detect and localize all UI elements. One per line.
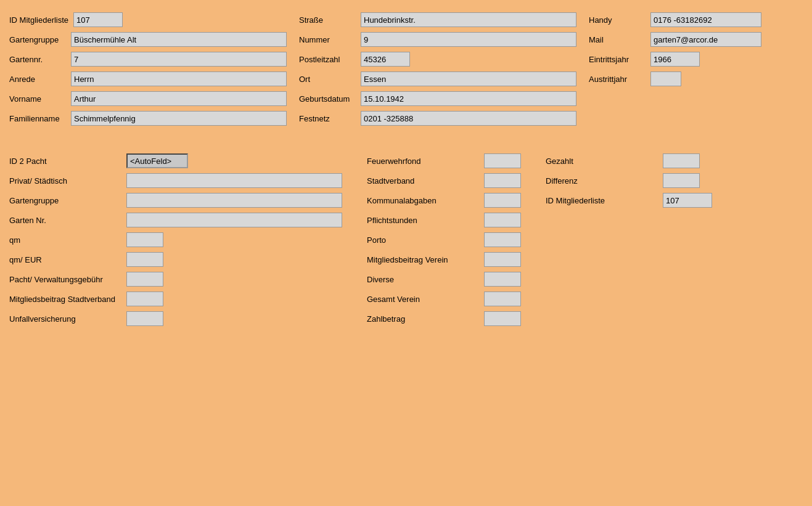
label-porto: Porto (367, 235, 484, 245)
row-geburtsdatum: Geburtsdatum (299, 91, 576, 106)
label-differenz: Differenz (546, 176, 663, 186)
row-strasse: Straße (299, 12, 576, 27)
input-ort[interactable] (361, 71, 576, 86)
row-id2-pacht: ID 2 Pacht (9, 153, 342, 168)
input-mail[interactable] (650, 32, 761, 47)
row-id-mitgliederliste: ID Mitgliederliste (9, 12, 287, 27)
row-garten-nr: Garten Nr. (9, 213, 342, 227)
label-gartennr: Gartennr. (9, 55, 71, 64)
row-zahlbetrag: Zahlbetrag (367, 311, 521, 326)
input-unfallversicherung[interactable] (126, 311, 163, 326)
row-unfallversicherung: Unfallversicherung (9, 311, 342, 326)
label-ort: Ort (299, 75, 361, 84)
row-stadtverband: Stadtverband (367, 173, 521, 188)
row-mitgliedsbeitrag-stadtverband: Mitgliedsbeitrag Stadtverband (9, 292, 342, 306)
row-gartennr: Gartennr. (9, 52, 287, 67)
label-gartengruppe: Gartengruppe (9, 35, 71, 44)
label-unfallversicherung: Unfallversicherung (9, 314, 126, 324)
input-garten-nr[interactable] (126, 213, 342, 227)
input-differenz[interactable] (663, 173, 700, 188)
row-qm-eur: qm/ EUR (9, 252, 342, 267)
input-familienname[interactable] (71, 111, 287, 126)
input-geburtsdatum[interactable] (361, 91, 576, 106)
label-anrede: Anrede (9, 75, 71, 84)
input-id-mitgliederliste-b[interactable] (663, 193, 712, 208)
bottom-section: ID 2 Pacht Privat/ Städtisch Gartengrupp… (6, 150, 806, 329)
label-stadtverband: Stadtverband (367, 176, 484, 186)
top-col2: Straße Nummer Postleitzahl Ort Geburtsda… (299, 12, 576, 126)
input-mitgliedsbeitrag-verein[interactable] (484, 252, 521, 267)
label-familienname: Familienname (9, 114, 71, 123)
label-id-mitgliederliste-b: ID Mitgliederliste (546, 196, 663, 205)
row-qm: qm (9, 232, 342, 247)
input-feuerwehrfond[interactable] (484, 153, 521, 168)
input-gartengruppe[interactable] (71, 32, 287, 47)
input-mitgliedsbeitrag-stadtverband[interactable] (126, 292, 163, 306)
input-vorname[interactable] (71, 91, 287, 106)
row-festnetz: Festnetz (299, 111, 576, 126)
row-gezahlt: Gezahlt (546, 153, 712, 168)
bottom-col3: Gezahlt Differenz ID Mitgliederliste (546, 153, 712, 326)
label-kommunalabgaben: Kommunalabgaben (367, 196, 484, 205)
row-mail: Mail (589, 32, 803, 47)
input-pacht-verwaltung[interactable] (126, 272, 163, 287)
row-mitgliedsbeitrag-verein: Mitgliedsbeitrag Verein (367, 252, 521, 267)
label-mitgliedsbeitrag-verein: Mitgliedsbeitrag Verein (367, 255, 484, 264)
input-gezahlt[interactable] (663, 153, 700, 168)
input-strasse[interactable] (361, 12, 576, 27)
input-eintrittsjahr[interactable] (650, 52, 700, 67)
row-gartengruppe: Gartengruppe (9, 32, 287, 47)
label-id-mitgliederliste: ID Mitgliederliste (9, 15, 73, 25)
top-col1: ID Mitgliederliste Gartengruppe Gartennr… (9, 12, 287, 126)
input-nummer[interactable] (361, 32, 576, 47)
row-ort: Ort (299, 71, 576, 86)
input-stadtverband[interactable] (484, 173, 521, 188)
top-section: ID Mitgliederliste Gartengruppe Gartennr… (6, 6, 806, 132)
input-pflichtstunden[interactable] (484, 213, 521, 227)
label-austrittjahr: Austrittjahr (589, 75, 650, 84)
input-kommunalabgaben[interactable] (484, 193, 521, 208)
row-familienname: Familienname (9, 111, 287, 126)
label-diverse: Diverse (367, 275, 484, 284)
input-privat-staedtisch[interactable] (126, 173, 342, 188)
label-plz: Postleitzahl (299, 55, 361, 64)
bottom-col1: ID 2 Pacht Privat/ Städtisch Gartengrupp… (9, 153, 342, 326)
input-anrede[interactable] (71, 71, 287, 86)
label-festnetz: Festnetz (299, 114, 361, 123)
row-privat-staedtisch: Privat/ Städtisch (9, 173, 342, 188)
label-gezahlt: Gezahlt (546, 157, 663, 166)
bottom-col2: Feuerwehrfond Stadtverband Kommunalabgab… (367, 153, 521, 326)
input-austrittjahr[interactable] (650, 71, 681, 86)
row-id-mitgliederliste-b: ID Mitgliederliste (546, 193, 712, 208)
row-plz: Postleitzahl (299, 52, 576, 67)
label-nummer: Nummer (299, 35, 361, 44)
label-handy: Handy (589, 15, 650, 25)
label-qm: qm (9, 235, 126, 245)
input-id2-pacht[interactable] (126, 153, 188, 168)
input-plz[interactable] (361, 52, 410, 67)
row-diverse: Diverse (367, 272, 521, 287)
input-gartennr[interactable] (71, 52, 287, 67)
input-handy[interactable] (650, 12, 761, 27)
input-festnetz[interactable] (361, 111, 576, 126)
input-zahlbetrag[interactable] (484, 311, 521, 326)
label-vorname: Vorname (9, 94, 71, 104)
input-porto[interactable] (484, 232, 521, 247)
label-zahlbetrag: Zahlbetrag (367, 314, 484, 324)
input-qm[interactable] (126, 232, 163, 247)
row-handy: Handy (589, 12, 803, 27)
input-gartengruppe-b[interactable] (126, 193, 342, 208)
input-gesamt-verein[interactable] (484, 292, 521, 306)
spacer (6, 132, 806, 150)
label-eintrittsjahr: Eintrittsjahr (589, 55, 650, 64)
row-anrede: Anrede (9, 71, 287, 86)
row-eintrittsjahr: Eintrittsjahr (589, 52, 803, 67)
row-austrittjahr: Austrittjahr (589, 71, 803, 86)
row-differenz: Differenz (546, 173, 712, 188)
input-id-mitgliederliste[interactable] (73, 12, 123, 27)
input-qm-eur[interactable] (126, 252, 163, 267)
input-diverse[interactable] (484, 272, 521, 287)
label-strasse: Straße (299, 15, 361, 25)
label-geburtsdatum: Geburtsdatum (299, 94, 361, 104)
label-gesamt-verein: Gesamt Verein (367, 295, 484, 304)
